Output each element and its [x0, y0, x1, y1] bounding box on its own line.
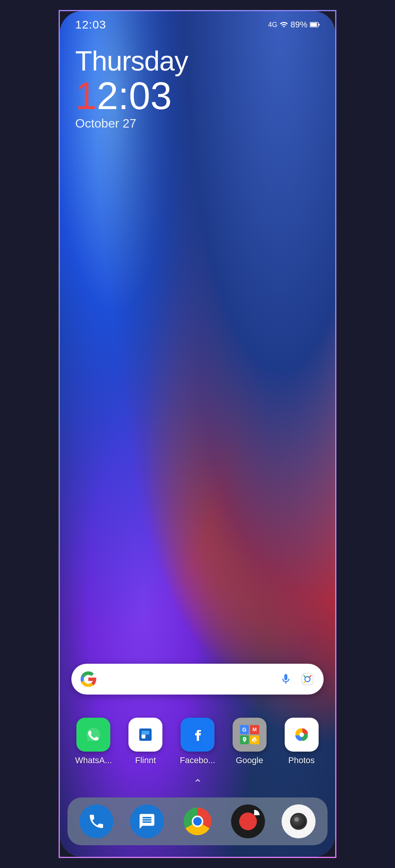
network-type-label: 4G	[268, 21, 277, 29]
messages-dock-icon[interactable]	[130, 804, 164, 838]
grid-g: G	[240, 725, 249, 734]
camera-dock-icon[interactable]	[282, 804, 316, 838]
whatsapp-app[interactable]: WhatsA...	[70, 718, 116, 765]
google-folder-label: Google	[236, 755, 263, 765]
content: 12:03 4G 89% Thursday 12:03 October 27	[60, 11, 335, 857]
flinnt-icon	[128, 718, 162, 752]
time-red-digit: 1	[75, 76, 97, 115]
time-rest: 2:03	[97, 76, 172, 115]
flinnt-app[interactable]: Flinnt	[122, 718, 169, 765]
google-grid: G M	[240, 725, 259, 744]
status-bar: 12:03 4G 89%	[60, 11, 335, 34]
flinnt-label: Flinnt	[135, 755, 156, 765]
facebook-icon	[181, 718, 214, 752]
photos-app[interactable]: Photos	[279, 718, 325, 765]
status-time: 12:03	[75, 18, 106, 31]
photos-pinwheel-svg	[291, 724, 312, 745]
app-drawer-arrow[interactable]: ⌃	[60, 773, 335, 797]
svg-rect-1	[311, 23, 317, 27]
photos-label: Photos	[288, 755, 315, 765]
phone-frame: 12:03 4G 89% Thursday 12:03 October 27	[59, 10, 336, 858]
whatsapp-label: WhatsA...	[75, 755, 112, 765]
phone-dock-icon[interactable]	[79, 804, 113, 838]
grid-maps	[240, 735, 249, 745]
google-g-icon	[79, 670, 98, 688]
whatsapp-icon	[76, 718, 110, 752]
battery-icon	[310, 20, 320, 29]
battery-percent: 89%	[290, 20, 307, 30]
record-dock-icon[interactable]	[231, 804, 265, 838]
date-display: October 27	[75, 116, 320, 131]
day-name: Thursday	[75, 46, 320, 76]
chrome-inner	[192, 816, 203, 827]
chrome-dock-icon[interactable]	[181, 804, 214, 838]
apps-section: WhatsA... Flinnt	[60, 706, 335, 773]
status-icons: 4G 89%	[268, 20, 320, 30]
svg-point-14	[299, 732, 304, 737]
chevron-up-icon: ⌃	[193, 777, 202, 790]
svg-rect-8	[142, 731, 149, 735]
facebook-label: Facebo...	[180, 755, 215, 765]
google-folder-app[interactable]: G M Google	[226, 718, 273, 765]
photos-icon	[285, 718, 319, 752]
search-bar[interactable]	[71, 664, 324, 695]
chrome-outer	[184, 807, 211, 835]
app-row: WhatsA... Flinnt	[68, 714, 327, 769]
svg-rect-2	[319, 24, 320, 26]
facebook-app[interactable]: Facebo...	[174, 718, 221, 765]
clock-widget: Thursday 12:03 October 27	[60, 34, 335, 135]
grid-drive	[250, 735, 259, 745]
time-display: 12:03	[75, 76, 320, 115]
dock	[68, 797, 327, 845]
google-folder-icon: G M	[233, 718, 267, 752]
signal-icon	[280, 20, 288, 29]
lens-icon[interactable]	[299, 671, 316, 688]
grid-m: M	[250, 725, 259, 734]
search-container	[60, 664, 335, 706]
mic-icon[interactable]	[277, 671, 294, 688]
camera-lens	[290, 813, 307, 830]
